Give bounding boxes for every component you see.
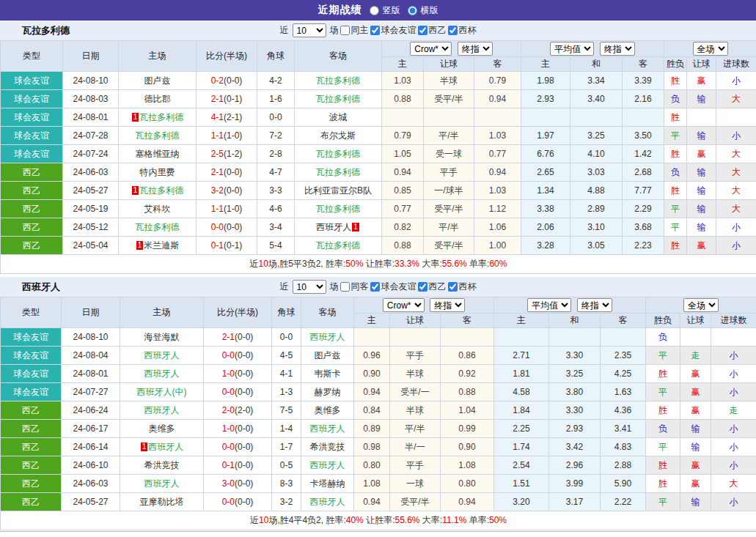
scope-select[interactable]: 全场 <box>693 42 728 56</box>
team-name[interactable]: 希洪竞技 <box>310 442 345 452</box>
team-name[interactable]: 西班牙人 <box>144 478 180 489</box>
handicap-result-cell: 走 <box>680 347 711 365</box>
team-name[interactable]: 奥维多 <box>149 423 175 434</box>
team-name[interactable]: 西班牙人 <box>310 332 345 342</box>
matches-label: 场 <box>330 281 339 293</box>
filter-copa[interactable]: 西杯 <box>448 281 477 293</box>
team-name[interactable]: 米兰迪斯 <box>144 240 179 251</box>
odds-away-cell: 1.04 <box>441 401 494 420</box>
segunda-checkbox[interactable] <box>418 282 427 292</box>
team-name[interactable]: 西班牙人 <box>310 460 345 470</box>
filter-club-friendly[interactable]: 球会友谊 <box>370 281 416 293</box>
corner-cell: 5-4 <box>257 237 295 255</box>
team-name[interactable]: 亚摩勒比塔 <box>140 497 184 507</box>
date-cell: 24-07-24 <box>63 145 119 163</box>
team-name[interactable]: 赫罗纳 <box>315 387 341 397</box>
team-name[interactable]: 瓦拉多利德 <box>316 75 360 86</box>
date-cell: 24-08-10 <box>63 72 119 90</box>
odds-away-cell: 1.12 <box>474 200 521 218</box>
rounds-select[interactable]: 10 <box>293 23 326 37</box>
team-name[interactable]: 德比郡 <box>144 94 171 104</box>
filter-segunda[interactable]: 西乙 <box>418 24 447 37</box>
odds-stage-select[interactable]: 终指 <box>458 42 493 56</box>
away-team-cell: 瓦拉多利德 <box>295 200 382 218</box>
team-name[interactable]: 艾科坎 <box>144 204 171 214</box>
horizontal-layout-radio[interactable] <box>408 6 417 15</box>
team-name[interactable]: 西班牙人 <box>148 442 183 452</box>
team-name[interactable]: 瓦拉多利德 <box>139 112 183 122</box>
team-name[interactable]: 奥维多 <box>315 405 341 415</box>
avg-draw-cell: 3.99 <box>549 475 601 493</box>
club-friendly-checkbox[interactable] <box>370 282 380 292</box>
team-name[interactable]: 波城 <box>329 112 347 122</box>
odds-home-cell: 0.80 <box>354 456 390 475</box>
handicap-result-cell: 输 <box>687 200 716 218</box>
layout-option-vertical[interactable]: 竖版 <box>370 4 400 17</box>
home-team-cell: 1瓦拉多利德 <box>119 108 197 127</box>
avg-stage-select[interactable]: 终指 <box>577 298 612 312</box>
team-name[interactable]: 韦斯卡 <box>315 369 341 379</box>
team-name[interactable]: 西班牙人 <box>310 423 345 434</box>
corner-cell: 8-3 <box>272 475 301 493</box>
team-name[interactable]: 瓦拉多利德 <box>316 204 360 214</box>
scope-select[interactable]: 全场 <box>683 298 719 312</box>
layout-option-horizontal[interactable]: 横版 <box>408 4 438 17</box>
filter-segunda[interactable]: 西乙 <box>418 281 447 293</box>
team-name[interactable]: 西班牙人 <box>310 497 345 507</box>
team-name[interactable]: 西班牙人(中) <box>137 387 187 397</box>
team-name[interactable]: 特内里费 <box>140 167 175 177</box>
corner-cell: 3-4 <box>257 218 295 237</box>
team-name[interactable]: 瓦拉多利德 <box>316 149 360 159</box>
team-name[interactable]: 图卢兹 <box>144 75 171 86</box>
team-name[interactable]: 西班牙人 <box>144 405 180 415</box>
avg-stage-select[interactable]: 终指 <box>600 42 635 56</box>
same-away-checkbox[interactable] <box>340 282 350 292</box>
same-home-checkbox[interactable] <box>340 26 350 35</box>
team-name[interactable]: 瓦拉多利德 <box>139 185 183 196</box>
team-name[interactable]: 塞格维亚纳 <box>136 149 180 159</box>
handicap-result-cell: 输 <box>687 218 716 237</box>
copa-checkbox[interactable] <box>448 282 458 292</box>
odds-company-select[interactable]: Crow* <box>410 42 452 56</box>
team-name[interactable]: 瓦拉多利德 <box>316 167 360 177</box>
vertical-layout-radio[interactable] <box>370 6 379 15</box>
team-name[interactable]: 西班牙人 <box>144 369 180 379</box>
filter-club-friendly[interactable]: 球会友谊 <box>370 24 416 37</box>
avg-group-header: 平均值 终指 <box>494 297 646 314</box>
odds-stage-select[interactable]: 终指 <box>430 298 465 312</box>
avg-company-select[interactable]: 平均值 <box>550 42 594 56</box>
team-name[interactable]: 瓦拉多利德 <box>136 130 180 141</box>
club-friendly-checkbox[interactable] <box>370 26 380 35</box>
halftime-score: (0-1) <box>224 94 242 104</box>
team-name[interactable]: 图卢兹 <box>315 350 341 360</box>
copa-checkbox[interactable] <box>448 26 458 35</box>
team-name[interactable]: 海登海默 <box>144 332 180 342</box>
date-cell: 24-08-01 <box>62 365 120 383</box>
team-name[interactable]: 布尔戈斯 <box>320 130 356 141</box>
team-name[interactable]: 西班牙人 <box>316 222 351 232</box>
filter-copa[interactable]: 西杯 <box>448 24 477 37</box>
away-team-cell: 赫罗纳 <box>301 383 354 401</box>
rounds-select[interactable]: 10 <box>293 280 326 294</box>
team-section-header-2: 西班牙人 近 10 场 同客 球会友谊 西乙 西杯 <box>0 277 756 297</box>
team-name[interactable]: 西班牙人 <box>144 350 180 360</box>
filter-same-home[interactable]: 同主 <box>340 24 369 37</box>
odds-company-select[interactable]: Crow* <box>383 298 425 312</box>
result-cell: 平 <box>646 383 680 401</box>
filter-same-away[interactable]: 同客 <box>340 281 369 293</box>
team-name[interactable]: 希洪竞技 <box>144 460 180 470</box>
odds-away-cell: 0.86 <box>441 347 494 365</box>
team-name[interactable]: 比利亚雷亚尔B队 <box>304 185 372 196</box>
avg-home-cell: 1.84 <box>494 401 549 420</box>
team-name[interactable]: 瓦拉多利德 <box>316 240 360 251</box>
odds-home-cell: 1.08 <box>354 475 390 493</box>
segunda-checkbox[interactable] <box>418 26 427 35</box>
team-name[interactable]: 瓦拉多利德 <box>316 94 360 104</box>
match-type-badge: 球会友谊 <box>1 328 62 347</box>
team-name[interactable]: 卡塔赫纳 <box>310 478 345 489</box>
date-cell: 24-07-27 <box>62 383 120 401</box>
home-team-cell: 瓦拉多利德 <box>119 127 197 145</box>
match-type-badge: 西乙 <box>1 163 63 182</box>
avg-company-select[interactable]: 平均值 <box>527 298 571 312</box>
team-name[interactable]: 瓦拉多利德 <box>136 222 180 232</box>
